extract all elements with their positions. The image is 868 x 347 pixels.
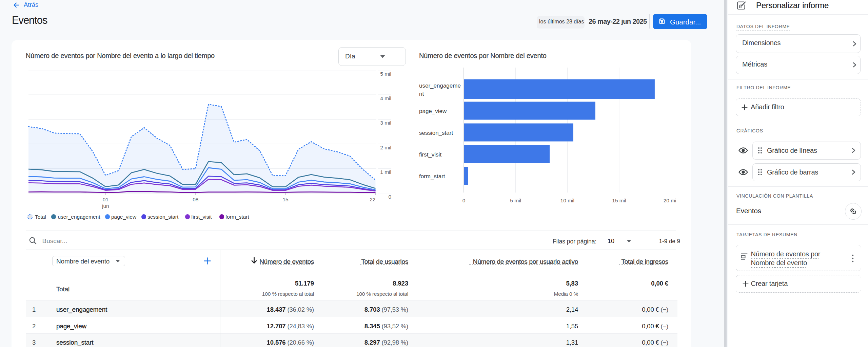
svg-text:5 mil: 5 mil (510, 198, 521, 203)
svg-text:nt: nt (419, 91, 424, 97)
svg-text:15 mil: 15 mil (612, 198, 626, 203)
svg-text:first_visit: first_visit (419, 151, 441, 158)
svg-text:session_start: session_start (419, 130, 453, 136)
svg-text:user_engageme: user_engageme (419, 83, 461, 89)
svg-text:page_view: page_view (419, 108, 447, 114)
svg-text:20 mi: 20 mi (664, 198, 676, 203)
svg-text:form_start: form_start (419, 173, 445, 180)
svg-text:0: 0 (462, 198, 466, 203)
svg-text:10 mil: 10 mil (560, 198, 574, 203)
